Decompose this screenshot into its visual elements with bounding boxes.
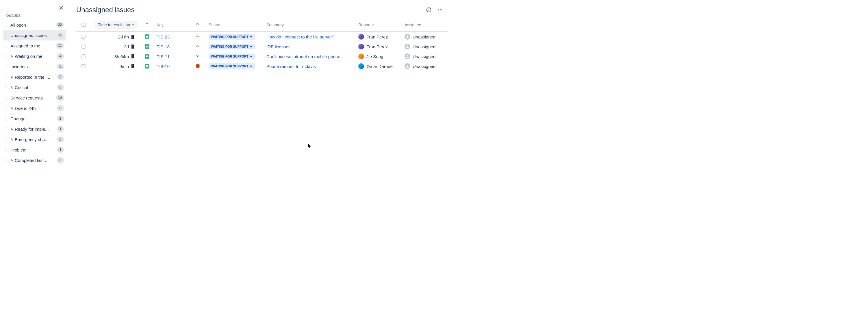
status-lozenge[interactable]: WAITING FOR SUPPORT — [209, 63, 255, 69]
sidebar-queue-item[interactable]: Incidents 5 — [3, 61, 66, 72]
svg-point-15 — [7, 44, 7, 45]
summary-link[interactable]: Can't access Intranet on mobile phone — [267, 54, 340, 59]
svg-point-53 — [7, 108, 7, 109]
close-icon[interactable] — [59, 5, 64, 11]
queue-label: Due in 24h — [15, 106, 36, 111]
cell-summary: How do I connect to the file server? — [264, 34, 356, 39]
summary-link[interactable]: Phone redirect for mdavis — [267, 64, 316, 69]
status-lozenge[interactable]: WAITING FOR SUPPORT — [209, 44, 255, 50]
svg-point-37 — [7, 78, 7, 79]
column-type[interactable]: T — [140, 23, 154, 27]
unassigned-avatar-icon — [405, 63, 410, 69]
column-time-label: Time to resolution — [98, 23, 130, 27]
column-time-to-resolution[interactable]: Time to resolution — [91, 21, 140, 29]
cell-status: WAITING FOR SUPPORT — [206, 34, 264, 39]
time-value: 0min — [119, 64, 129, 69]
row-checkbox[interactable] — [76, 54, 91, 58]
info-icon[interactable] — [425, 6, 432, 13]
svg-point-65 — [7, 129, 7, 130]
svg-point-27 — [7, 64, 7, 65]
summary-link[interactable]: How do I connect to the file server? — [267, 34, 334, 39]
table-row[interactable]: -2d 6h TIS-23 WAITING FOR SUPPORT How do… — [76, 32, 448, 41]
sidebar-queue-item[interactable]: Unassigned issues 4 — [3, 30, 66, 40]
avatar — [358, 63, 364, 69]
column-reporter[interactable]: Reporter — [356, 23, 402, 27]
sidebar-queue-item[interactable]: Problem 1 — [3, 145, 66, 155]
issue-key-link[interactable]: TIS-11 — [157, 54, 169, 59]
select-all-checkbox[interactable] — [76, 23, 91, 27]
sidebar-queue-item[interactable]: Service requests 14 — [3, 92, 66, 103]
cell-reporter: Fran Perez — [356, 34, 402, 39]
chevron-down-icon — [250, 35, 252, 38]
svg-point-33 — [7, 75, 7, 76]
child-arrow-icon: ↳ — [10, 106, 13, 110]
svg-rect-94 — [133, 35, 134, 39]
table-row[interactable]: 0min TIS-10 WAITING FOR SUPPORT Phone re… — [76, 61, 448, 71]
row-checkbox[interactable] — [76, 45, 91, 49]
queue-label: Problem — [10, 147, 27, 152]
sidebar: QUEUES All open 22 Unassigned issues 4 A… — [0, 0, 69, 314]
header-actions — [425, 6, 444, 13]
svg-point-3 — [7, 23, 7, 24]
more-icon[interactable] — [437, 6, 444, 13]
svg-rect-101 — [131, 54, 133, 58]
svg-point-10 — [5, 35, 6, 36]
svg-rect-97 — [131, 45, 133, 49]
issue-type-icon — [145, 54, 149, 59]
svg-point-22 — [5, 56, 6, 57]
svg-point-4 — [5, 25, 6, 25]
sidebar-queue-item[interactable]: All open 22 — [3, 20, 66, 30]
sidebar-queue-item[interactable]: ↳ Reported in the l... 0 — [3, 72, 66, 82]
pause-icon — [131, 54, 135, 58]
pause-icon — [131, 45, 135, 49]
column-summary[interactable]: Summary — [264, 23, 356, 27]
cell-key: TIS-23 — [154, 34, 189, 39]
svg-point-45 — [7, 96, 7, 96]
drag-handle-icon — [5, 75, 7, 79]
sidebar-queue-item[interactable]: ↳ Due in 24h 0 — [3, 103, 66, 113]
svg-point-20 — [5, 54, 6, 55]
column-key[interactable]: Key — [154, 23, 189, 27]
cell-summary: IDE licenses — [264, 44, 356, 49]
queue-count-badge: 14 — [56, 95, 64, 101]
status-lozenge[interactable]: WAITING FOR SUPPORT — [209, 34, 255, 39]
column-priority[interactable]: P — [189, 23, 206, 27]
svg-point-48 — [5, 99, 6, 100]
sidebar-queue-item[interactable]: ↳ Completed last ... 0 — [3, 155, 66, 165]
drag-handle-icon — [5, 106, 7, 110]
table-row[interactable]: -3h 54m TIS-11 WAITING FOR SUPPORT Can't… — [76, 52, 448, 61]
row-checkbox[interactable] — [76, 64, 91, 68]
sidebar-queue-item[interactable]: Change 2 — [3, 113, 66, 124]
svg-point-41 — [7, 87, 7, 88]
drag-handle-icon — [5, 54, 7, 58]
queue-label: Assigned to me — [10, 44, 40, 48]
svg-point-38 — [5, 85, 6, 86]
assignee-name: Unassigned — [413, 64, 435, 69]
summary-link[interactable]: IDE licenses — [267, 44, 290, 49]
sidebar-queue-item[interactable]: ↳ Critical 0 — [3, 82, 66, 92]
column-status[interactable]: Status — [206, 23, 264, 27]
issue-key-link[interactable]: TIS-18 — [157, 44, 169, 49]
svg-rect-107 — [146, 65, 148, 67]
status-lozenge[interactable]: WAITING FOR SUPPORT — [209, 54, 255, 59]
issue-key-link[interactable]: TIS-23 — [157, 34, 169, 39]
drag-handle-icon — [5, 44, 7, 48]
child-arrow-icon: ↳ — [10, 54, 13, 58]
sidebar-queue-item[interactable]: ↳ Ready for imple... 1 — [3, 124, 66, 134]
svg-point-39 — [7, 85, 7, 86]
sidebar-queue-item[interactable]: ↳ Emergency cha... 0 — [3, 134, 66, 145]
svg-point-9 — [7, 33, 7, 34]
row-checkbox[interactable] — [76, 35, 91, 39]
cell-assignee: Unassigned — [402, 34, 448, 39]
cell-assignee: Unassigned — [402, 54, 448, 59]
column-assignee[interactable]: Assignee — [402, 23, 448, 27]
sidebar-queue-item[interactable]: ↳ Waiting on me 4 — [3, 51, 66, 61]
svg-point-100 — [407, 45, 408, 47]
svg-point-55 — [7, 110, 7, 110]
issue-key-link[interactable]: TIS-10 — [157, 64, 169, 69]
svg-rect-105 — [131, 64, 133, 68]
svg-point-12 — [5, 37, 6, 37]
queue-label: Reported in the l... — [15, 75, 50, 80]
sidebar-queue-item[interactable]: Assigned to me 11 — [3, 40, 66, 51]
table-row[interactable]: -2d TIS-18 WAITING FOR SUPPORT IDE licen… — [76, 41, 448, 52]
